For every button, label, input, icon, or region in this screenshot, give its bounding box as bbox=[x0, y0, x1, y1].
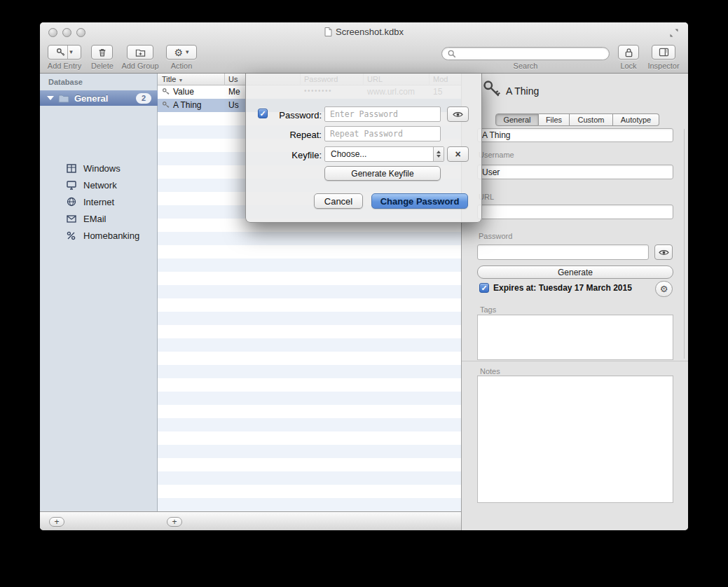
password-field[interactable] bbox=[477, 244, 649, 260]
action-label: Action bbox=[160, 62, 202, 70]
envelope-icon bbox=[67, 215, 78, 223]
monitor-icon bbox=[67, 181, 78, 190]
keyfile-combobox[interactable]: Choose... bbox=[324, 146, 444, 162]
window-chrome: Screenshot.kdbx ▾ Add Entry Delete bbox=[40, 22, 688, 74]
sidebar-item-label: Windows bbox=[83, 163, 121, 174]
cell-title: A Thing bbox=[173, 100, 201, 110]
add-group-button[interactable] bbox=[127, 45, 153, 60]
disclosure-triangle-icon[interactable] bbox=[47, 96, 54, 100]
fullscreen-icon[interactable] bbox=[669, 28, 679, 38]
add-group-footer-button[interactable]: + bbox=[49, 517, 64, 527]
key-icon bbox=[162, 88, 170, 96]
username-label: Username bbox=[479, 151, 514, 159]
tags-label: Tags bbox=[480, 305, 496, 314]
globe-icon bbox=[67, 197, 78, 207]
dialog-reveal-password-button[interactable] bbox=[447, 106, 469, 122]
dialog-repeat-input[interactable] bbox=[324, 126, 441, 141]
stepper-up-icon bbox=[437, 151, 441, 153]
inspector-panel: A Thing General Files Custom Autotype Us… bbox=[461, 74, 688, 530]
expires-label: Expires at: Tuesday 17 March 2015 bbox=[493, 283, 632, 293]
title-field[interactable] bbox=[477, 128, 673, 142]
sidebar-item-label: EMail bbox=[83, 214, 107, 224]
lock-icon bbox=[624, 48, 633, 57]
url-field[interactable] bbox=[477, 205, 673, 219]
gear-icon: ⚙ bbox=[660, 284, 668, 294]
lock-button[interactable] bbox=[618, 45, 639, 60]
dialog-repeat-label: Repeat: bbox=[267, 130, 322, 140]
notes-input[interactable] bbox=[477, 375, 673, 503]
window-icon bbox=[67, 164, 78, 173]
tab-general[interactable]: General bbox=[495, 113, 539, 126]
change-password-button[interactable]: Change Password bbox=[371, 193, 468, 209]
change-password-dialog: ✓ Password: Repeat: Keyfile: Choose... ×… bbox=[245, 74, 482, 223]
split-divider bbox=[67, 46, 68, 59]
percent-icon bbox=[67, 231, 78, 240]
sidebar-item-windows[interactable]: Windows bbox=[40, 160, 158, 176]
dialog-password-label: Password: bbox=[267, 110, 322, 120]
key-icon bbox=[56, 48, 66, 57]
sort-descending-icon: ▼ bbox=[178, 78, 183, 83]
section-divider bbox=[462, 361, 688, 361]
table-footer-bar: + bbox=[158, 511, 461, 530]
inspector-button[interactable] bbox=[652, 45, 675, 60]
sidebar-item-internet[interactable]: Internet bbox=[40, 194, 158, 209]
keyfile-value: Choose... bbox=[331, 149, 366, 159]
inspector-tabs: General Files Custom Autotype bbox=[495, 113, 659, 126]
tab-autotype[interactable]: Autotype bbox=[613, 113, 659, 126]
delete-button[interactable] bbox=[91, 45, 113, 60]
tab-files[interactable]: Files bbox=[539, 113, 570, 126]
cell-username: Me bbox=[228, 87, 240, 97]
sidebar-group-general[interactable]: General 2 bbox=[40, 90, 158, 106]
sidebar-item-email[interactable]: EMail bbox=[40, 211, 158, 226]
sidebar-item-network[interactable]: Network bbox=[40, 177, 158, 193]
chevron-down-icon[interactable]: ▾ bbox=[69, 49, 73, 55]
cell-username: Us bbox=[228, 100, 239, 110]
generate-keyfile-button[interactable]: Generate Keyfile bbox=[324, 166, 441, 181]
column-header-title[interactable]: Title ▼ bbox=[162, 75, 183, 83]
eye-icon bbox=[453, 111, 463, 118]
sidebar-item-label: Network bbox=[83, 180, 117, 191]
inspector-scrollbar[interactable] bbox=[684, 129, 685, 359]
expires-checkbox[interactable]: ✓ bbox=[479, 283, 489, 293]
username-field[interactable] bbox=[477, 165, 673, 179]
reveal-password-button[interactable] bbox=[654, 244, 673, 260]
tab-custom[interactable]: Custom bbox=[570, 113, 613, 126]
trash-icon bbox=[97, 48, 107, 57]
window-title: Screenshot.kdbx bbox=[40, 27, 688, 37]
entry-count-badge: 2 bbox=[136, 93, 151, 104]
clear-keyfile-button[interactable]: × bbox=[447, 146, 469, 162]
gear-icon: ⚙ bbox=[174, 48, 183, 57]
dialog-keyfile-label: Keyfile: bbox=[267, 150, 322, 160]
sidebar-item-label: Internet bbox=[83, 197, 114, 207]
folder-plus-icon bbox=[135, 48, 146, 57]
sidebar-item-homebanking[interactable]: Homebanking bbox=[40, 228, 158, 243]
inspector-entry-title: A Thing bbox=[506, 85, 539, 97]
entry-key-icon bbox=[482, 79, 502, 102]
chevron-down-icon[interactable]: ▾ bbox=[186, 49, 189, 55]
search-label: Search bbox=[504, 62, 547, 70]
sidebar-footer-bar: + bbox=[40, 511, 158, 530]
column-divider[interactable] bbox=[224, 74, 225, 85]
keyfile-stepper[interactable] bbox=[433, 147, 444, 161]
search-input[interactable] bbox=[460, 49, 603, 59]
sidebar-section-header: Database bbox=[48, 78, 83, 86]
password-label: Password bbox=[479, 232, 512, 240]
tags-input[interactable] bbox=[477, 315, 673, 360]
password-enabled-checkbox[interactable]: ✓ bbox=[258, 109, 268, 118]
document-icon bbox=[324, 27, 332, 36]
cancel-button[interactable]: Cancel bbox=[314, 193, 363, 209]
sidebar-item-label: Homebanking bbox=[83, 230, 139, 241]
inspector-panel-icon bbox=[659, 48, 669, 57]
screen: Screenshot.kdbx ▾ Add Entry Delete bbox=[0, 0, 728, 587]
generate-password-button[interactable]: Generate bbox=[477, 265, 673, 279]
column-header-username[interactable]: Us bbox=[228, 75, 238, 83]
add-entry-footer-button[interactable]: + bbox=[167, 517, 182, 527]
add-entry-button[interactable]: ▾ bbox=[48, 45, 81, 60]
expiry-options-button[interactable]: ⚙ bbox=[655, 281, 673, 297]
add-group-label: Add Group bbox=[116, 62, 165, 70]
search-field[interactable] bbox=[441, 47, 610, 60]
dialog-password-input[interactable] bbox=[324, 106, 441, 122]
inspector-label: Inspector bbox=[643, 62, 685, 70]
group-sidebar: Database General 2 Windows Network bbox=[40, 74, 158, 511]
action-button[interactable]: ⚙ ▾ bbox=[166, 45, 197, 60]
